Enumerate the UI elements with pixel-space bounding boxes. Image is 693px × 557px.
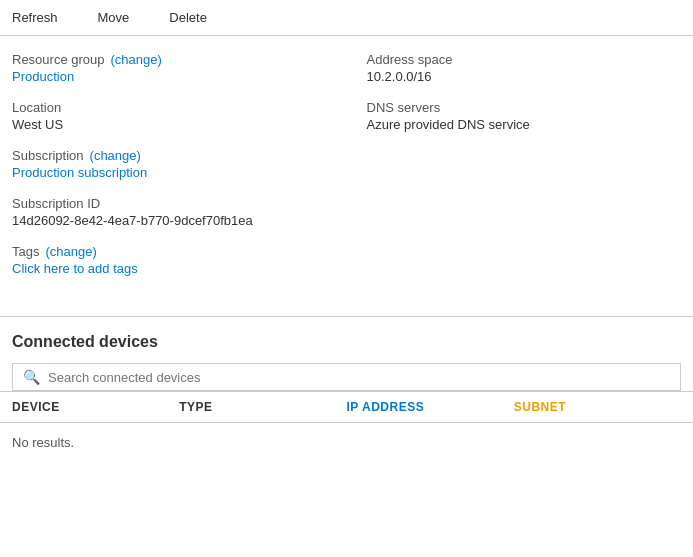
search-input[interactable] [48,370,670,385]
address-space-value: 10.2.0.0/16 [367,69,682,84]
location-value: West US [12,117,327,132]
column-subnet: SUBNET [514,400,681,414]
search-icon: 🔍 [23,369,40,385]
location-label: Location [12,100,327,115]
address-space-label: Address space [367,52,682,67]
subscription-value[interactable]: Production subscription [12,165,327,180]
subscription-id-section: Subscription ID 14d26092-8e42-4ea7-b770-… [12,196,327,228]
table-header: DEVICE TYPE IP ADDRESS SUBNET [0,391,693,423]
subscription-id-value: 14d26092-8e42-4ea7-b770-9dcef70fb1ea [12,213,327,228]
dns-servers-label: DNS servers [367,100,682,115]
connected-devices-section: Connected devices 🔍 DEVICE TYPE IP ADDRE… [0,333,693,462]
dns-servers-value: Azure provided DNS service [367,117,682,132]
subscription-label: Subscription [12,148,84,163]
column-type: TYPE [179,400,346,414]
refresh-button[interactable]: Refresh [12,6,58,29]
no-results-message: No results. [0,423,693,462]
search-bar: 🔍 [12,363,681,391]
resource-group-value[interactable]: Production [12,69,327,84]
main-content: Resource group (change) Production Locat… [0,36,693,308]
location-section: Location West US [12,100,327,132]
left-column: Resource group (change) Production Locat… [12,52,347,292]
resource-group-label: Resource group [12,52,105,67]
connected-devices-title: Connected devices [0,333,693,351]
section-divider [0,316,693,317]
address-space-section: Address space 10.2.0.0/16 [367,52,682,84]
resource-group-change-link[interactable]: (change) [111,52,162,67]
dns-servers-section: DNS servers Azure provided DNS service [367,100,682,132]
toolbar: Refresh Move Delete [0,0,693,36]
right-column: Address space 10.2.0.0/16 DNS servers Az… [347,52,682,292]
move-button[interactable]: Move [98,6,130,29]
tags-value[interactable]: Click here to add tags [12,261,327,276]
subscription-change-link[interactable]: (change) [90,148,141,163]
tags-section: Tags (change) Click here to add tags [12,244,327,276]
tags-label: Tags [12,244,39,259]
subscription-section: Subscription (change) Production subscri… [12,148,327,180]
tags-change-link[interactable]: (change) [45,244,96,259]
resource-group-section: Resource group (change) Production [12,52,327,84]
column-device: DEVICE [12,400,179,414]
delete-button[interactable]: Delete [169,6,207,29]
column-ip-address: IP ADDRESS [347,400,514,414]
subscription-id-label: Subscription ID [12,196,327,211]
